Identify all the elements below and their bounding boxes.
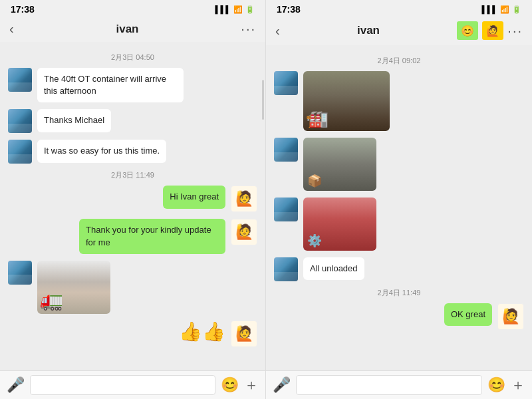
forklift-image: 🏗️ <box>303 71 390 131</box>
nav-bar-left: ‹ ivan ··· <box>0 17 265 42</box>
avatar-left-1 <box>8 68 32 92</box>
add-icon-r[interactable]: ＋ <box>511 375 525 395</box>
message-input-right[interactable] <box>296 375 482 395</box>
msg-row-image-r2: 📦 <box>274 138 524 191</box>
avatar-left-4 <box>8 261 32 285</box>
avatar-right-1 <box>274 71 298 95</box>
nav-title-left: ivan <box>116 23 138 36</box>
message-input-left[interactable] <box>30 375 215 395</box>
msg-row-right: 🙋 Thank you for your kindly update for m… <box>8 219 257 253</box>
thumbs-sticker: 👍👍 <box>179 321 225 342</box>
bubble-text: It was so easy for us this time. <box>37 140 166 162</box>
signal-icon: ▌▌▌ <box>215 5 231 13</box>
status-bar-right: 17:38 ▌▌▌ 📶 🔋 <box>266 0 532 17</box>
avatar-right-4 <box>274 257 298 281</box>
sticker-avatar-right: 🙋 <box>231 321 257 347</box>
avatar-left-3 <box>8 140 32 164</box>
bubble-text: Thanks Michael <box>37 109 111 132</box>
top-bar-sticker-2: 🙋 <box>482 21 503 40</box>
container-image: 📦 <box>303 138 376 191</box>
back-button-left[interactable]: ‹ <box>9 21 14 37</box>
msg-row-okgreat: 🙋 OK great <box>274 303 524 330</box>
image-bubble-r3: ⚙️ <box>303 198 376 251</box>
status-time-right: 17:38 <box>277 4 301 15</box>
more-button-right[interactable]: ··· <box>507 23 523 39</box>
msg-row-image-r1: 🏗️ <box>274 71 524 131</box>
add-icon[interactable]: ＋ <box>244 375 259 395</box>
sticker-avatar-right: 🙋 <box>231 186 257 212</box>
more-button-left[interactable]: ··· <box>241 21 256 37</box>
msg-row: The 40ft OT container will arrive this a… <box>8 68 257 102</box>
bubble-text: The 40ft OT container will arrive this a… <box>37 68 184 102</box>
voice-icon-r[interactable]: 🎤 <box>273 376 291 394</box>
emoji-icon-r[interactable]: 😊 <box>487 376 505 394</box>
signal-icon-r: ▌▌▌ <box>482 5 497 13</box>
battery-icon: 🔋 <box>245 5 255 14</box>
chat-area-right[interactable]: 2月4日 09:02 🏗️ 📦 ⚙️ <box>266 45 532 370</box>
status-icons-left: ▌▌▌ 📶 🔋 <box>215 5 255 14</box>
status-bar-left: 17:38 ▌▌▌ 📶 🔋 <box>0 0 265 17</box>
right-chat-panel: 17:38 ▌▌▌ 📶 🔋 ‹ ivan 😊 🙋 ··· 2月4日 09:02 … <box>266 0 532 399</box>
voice-icon[interactable]: 🎤 <box>7 376 25 394</box>
msg-row: It was so easy for us this time. <box>8 140 257 164</box>
image-bubble-r2: 📦 <box>303 138 376 191</box>
emoji-icon[interactable]: 😊 <box>221 376 239 394</box>
date-label-r1: 2月4日 09:02 <box>274 56 524 66</box>
sticker-avatar-right: 🙋 <box>231 219 257 245</box>
bubble-ok-great: OK great <box>444 303 492 326</box>
chat-area-left[interactable]: 2月3日 04:50 The 40ft OT container will ar… <box>0 42 265 370</box>
bubble-green: Hi Ivan great <box>163 186 225 208</box>
msg-row-sticker: 🙋 👍👍 <box>8 321 257 347</box>
msg-row-right: 🙋 Hi Ivan great <box>8 186 257 212</box>
top-bar-sticker-1: 😊 <box>457 21 478 40</box>
avatar-right-2 <box>274 138 298 162</box>
msg-row-image-r3: ⚙️ <box>274 198 524 251</box>
machine-image: ⚙️ <box>303 198 376 251</box>
status-icons-right: ▌▌▌ 📶 🔋 <box>482 5 521 14</box>
date-label-r2: 2月4日 11:49 <box>274 288 524 298</box>
avatar-left-2 <box>8 109 32 133</box>
input-bar-right: 🎤 😊 ＋ <box>266 370 532 399</box>
avatar-right-3 <box>274 198 298 221</box>
wifi-icon: 📶 <box>233 5 243 14</box>
nav-bar-right: ‹ ivan 😊 🙋 ··· <box>266 17 532 45</box>
battery-icon-r: 🔋 <box>512 5 521 14</box>
msg-row-text-r4: All unloaded <box>274 257 524 281</box>
date-label-1: 2月3日 04:50 <box>8 53 257 63</box>
nav-title-right: ivan <box>357 24 380 37</box>
date-label-2: 2月3日 11:49 <box>8 170 257 180</box>
truck-image <box>37 261 110 314</box>
sticker-avatar-right-r: 🙋 <box>497 303 524 330</box>
msg-row-image <box>8 261 257 314</box>
scrollbar <box>262 80 264 120</box>
bubble-text-r4: All unloaded <box>303 257 364 280</box>
image-bubble <box>37 261 110 314</box>
image-bubble-r1: 🏗️ <box>303 71 390 131</box>
left-chat-panel: 17:38 ▌▌▌ 📶 🔋 ‹ ivan ··· 2月3日 04:50 The … <box>0 0 266 399</box>
status-time-left: 17:38 <box>11 4 35 15</box>
input-bar-left: 🎤 😊 ＋ <box>0 370 265 399</box>
msg-row: Thanks Michael <box>8 109 257 133</box>
bubble-green: Thank you for your kindly update for me <box>79 219 225 253</box>
wifi-icon-r: 📶 <box>500 5 509 14</box>
back-button-right[interactable]: ‹ <box>275 23 280 39</box>
